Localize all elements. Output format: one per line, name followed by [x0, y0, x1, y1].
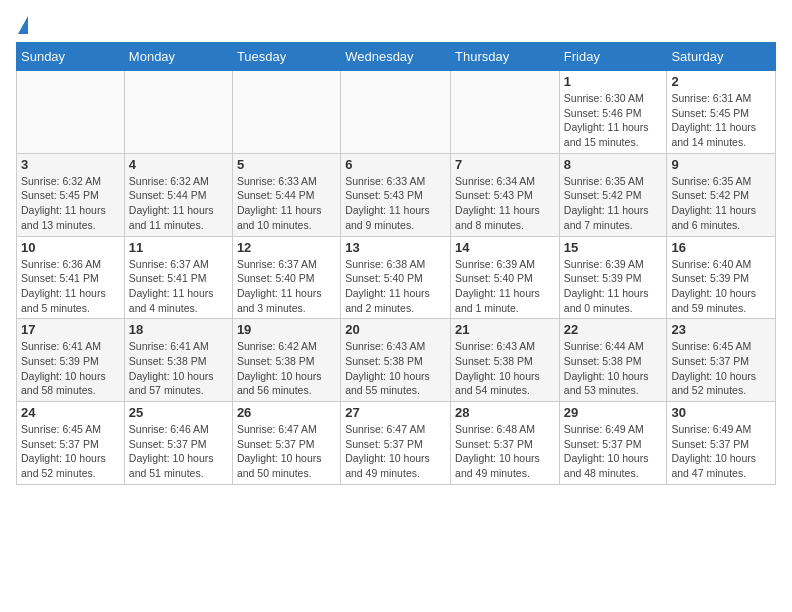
calendar-cell: 8Sunrise: 6:35 AM Sunset: 5:42 PM Daylig… [559, 153, 667, 236]
week-row-1: 1Sunrise: 6:30 AM Sunset: 5:46 PM Daylig… [17, 71, 776, 154]
calendar-cell: 17Sunrise: 6:41 AM Sunset: 5:39 PM Dayli… [17, 319, 125, 402]
calendar-cell: 9Sunrise: 6:35 AM Sunset: 5:42 PM Daylig… [667, 153, 776, 236]
calendar-cell [341, 71, 451, 154]
day-number: 1 [564, 74, 663, 89]
day-number: 25 [129, 405, 228, 420]
calendar-cell: 25Sunrise: 6:46 AM Sunset: 5:37 PM Dayli… [124, 402, 232, 485]
week-row-4: 17Sunrise: 6:41 AM Sunset: 5:39 PM Dayli… [17, 319, 776, 402]
calendar-header-row: SundayMondayTuesdayWednesdayThursdayFrid… [17, 43, 776, 71]
logo [16, 16, 28, 34]
day-number: 21 [455, 322, 555, 337]
column-header-sunday: Sunday [17, 43, 125, 71]
day-number: 28 [455, 405, 555, 420]
day-info: Sunrise: 6:41 AM Sunset: 5:38 PM Dayligh… [129, 339, 228, 398]
calendar-cell: 16Sunrise: 6:40 AM Sunset: 5:39 PM Dayli… [667, 236, 776, 319]
day-info: Sunrise: 6:33 AM Sunset: 5:44 PM Dayligh… [237, 174, 336, 233]
day-number: 24 [21, 405, 120, 420]
day-number: 2 [671, 74, 771, 89]
calendar-cell: 2Sunrise: 6:31 AM Sunset: 5:45 PM Daylig… [667, 71, 776, 154]
calendar-cell: 28Sunrise: 6:48 AM Sunset: 5:37 PM Dayli… [451, 402, 560, 485]
calendar-cell: 14Sunrise: 6:39 AM Sunset: 5:40 PM Dayli… [451, 236, 560, 319]
calendar-cell: 6Sunrise: 6:33 AM Sunset: 5:43 PM Daylig… [341, 153, 451, 236]
day-info: Sunrise: 6:39 AM Sunset: 5:40 PM Dayligh… [455, 257, 555, 316]
column-header-thursday: Thursday [451, 43, 560, 71]
calendar-cell: 18Sunrise: 6:41 AM Sunset: 5:38 PM Dayli… [124, 319, 232, 402]
day-info: Sunrise: 6:42 AM Sunset: 5:38 PM Dayligh… [237, 339, 336, 398]
calendar-cell: 10Sunrise: 6:36 AM Sunset: 5:41 PM Dayli… [17, 236, 125, 319]
calendar-cell [124, 71, 232, 154]
calendar-cell: 24Sunrise: 6:45 AM Sunset: 5:37 PM Dayli… [17, 402, 125, 485]
day-info: Sunrise: 6:36 AM Sunset: 5:41 PM Dayligh… [21, 257, 120, 316]
calendar-cell: 26Sunrise: 6:47 AM Sunset: 5:37 PM Dayli… [232, 402, 340, 485]
day-info: Sunrise: 6:35 AM Sunset: 5:42 PM Dayligh… [671, 174, 771, 233]
column-header-tuesday: Tuesday [232, 43, 340, 71]
day-number: 7 [455, 157, 555, 172]
day-number: 13 [345, 240, 446, 255]
day-info: Sunrise: 6:46 AM Sunset: 5:37 PM Dayligh… [129, 422, 228, 481]
day-info: Sunrise: 6:37 AM Sunset: 5:41 PM Dayligh… [129, 257, 228, 316]
day-number: 23 [671, 322, 771, 337]
column-header-wednesday: Wednesday [341, 43, 451, 71]
calendar-cell: 15Sunrise: 6:39 AM Sunset: 5:39 PM Dayli… [559, 236, 667, 319]
day-number: 6 [345, 157, 446, 172]
day-info: Sunrise: 6:48 AM Sunset: 5:37 PM Dayligh… [455, 422, 555, 481]
day-info: Sunrise: 6:34 AM Sunset: 5:43 PM Dayligh… [455, 174, 555, 233]
day-number: 4 [129, 157, 228, 172]
day-info: Sunrise: 6:49 AM Sunset: 5:37 PM Dayligh… [564, 422, 663, 481]
column-header-saturday: Saturday [667, 43, 776, 71]
day-info: Sunrise: 6:45 AM Sunset: 5:37 PM Dayligh… [671, 339, 771, 398]
day-number: 27 [345, 405, 446, 420]
calendar-cell [17, 71, 125, 154]
day-info: Sunrise: 6:43 AM Sunset: 5:38 PM Dayligh… [345, 339, 446, 398]
day-number: 22 [564, 322, 663, 337]
calendar-cell: 11Sunrise: 6:37 AM Sunset: 5:41 PM Dayli… [124, 236, 232, 319]
day-number: 29 [564, 405, 663, 420]
day-info: Sunrise: 6:44 AM Sunset: 5:38 PM Dayligh… [564, 339, 663, 398]
day-info: Sunrise: 6:41 AM Sunset: 5:39 PM Dayligh… [21, 339, 120, 398]
day-info: Sunrise: 6:30 AM Sunset: 5:46 PM Dayligh… [564, 91, 663, 150]
day-info: Sunrise: 6:31 AM Sunset: 5:45 PM Dayligh… [671, 91, 771, 150]
day-number: 19 [237, 322, 336, 337]
day-info: Sunrise: 6:47 AM Sunset: 5:37 PM Dayligh… [237, 422, 336, 481]
day-info: Sunrise: 6:40 AM Sunset: 5:39 PM Dayligh… [671, 257, 771, 316]
day-number: 20 [345, 322, 446, 337]
calendar-cell: 3Sunrise: 6:32 AM Sunset: 5:45 PM Daylig… [17, 153, 125, 236]
calendar-cell: 4Sunrise: 6:32 AM Sunset: 5:44 PM Daylig… [124, 153, 232, 236]
day-info: Sunrise: 6:43 AM Sunset: 5:38 PM Dayligh… [455, 339, 555, 398]
calendar-cell: 30Sunrise: 6:49 AM Sunset: 5:37 PM Dayli… [667, 402, 776, 485]
week-row-3: 10Sunrise: 6:36 AM Sunset: 5:41 PM Dayli… [17, 236, 776, 319]
day-number: 11 [129, 240, 228, 255]
calendar-cell: 12Sunrise: 6:37 AM Sunset: 5:40 PM Dayli… [232, 236, 340, 319]
day-number: 14 [455, 240, 555, 255]
week-row-2: 3Sunrise: 6:32 AM Sunset: 5:45 PM Daylig… [17, 153, 776, 236]
calendar-cell: 5Sunrise: 6:33 AM Sunset: 5:44 PM Daylig… [232, 153, 340, 236]
calendar-cell: 13Sunrise: 6:38 AM Sunset: 5:40 PM Dayli… [341, 236, 451, 319]
day-number: 9 [671, 157, 771, 172]
day-info: Sunrise: 6:45 AM Sunset: 5:37 PM Dayligh… [21, 422, 120, 481]
calendar-cell: 7Sunrise: 6:34 AM Sunset: 5:43 PM Daylig… [451, 153, 560, 236]
day-number: 17 [21, 322, 120, 337]
day-info: Sunrise: 6:38 AM Sunset: 5:40 PM Dayligh… [345, 257, 446, 316]
calendar-cell: 19Sunrise: 6:42 AM Sunset: 5:38 PM Dayli… [232, 319, 340, 402]
day-info: Sunrise: 6:33 AM Sunset: 5:43 PM Dayligh… [345, 174, 446, 233]
week-row-5: 24Sunrise: 6:45 AM Sunset: 5:37 PM Dayli… [17, 402, 776, 485]
day-info: Sunrise: 6:32 AM Sunset: 5:44 PM Dayligh… [129, 174, 228, 233]
day-info: Sunrise: 6:39 AM Sunset: 5:39 PM Dayligh… [564, 257, 663, 316]
calendar-cell: 27Sunrise: 6:47 AM Sunset: 5:37 PM Dayli… [341, 402, 451, 485]
day-number: 15 [564, 240, 663, 255]
calendar-cell: 20Sunrise: 6:43 AM Sunset: 5:38 PM Dayli… [341, 319, 451, 402]
day-number: 16 [671, 240, 771, 255]
calendar-cell [451, 71, 560, 154]
day-number: 18 [129, 322, 228, 337]
calendar-cell: 21Sunrise: 6:43 AM Sunset: 5:38 PM Dayli… [451, 319, 560, 402]
day-number: 12 [237, 240, 336, 255]
header [16, 16, 776, 34]
day-info: Sunrise: 6:47 AM Sunset: 5:37 PM Dayligh… [345, 422, 446, 481]
calendar: SundayMondayTuesdayWednesdayThursdayFrid… [16, 42, 776, 485]
day-info: Sunrise: 6:37 AM Sunset: 5:40 PM Dayligh… [237, 257, 336, 316]
day-info: Sunrise: 6:32 AM Sunset: 5:45 PM Dayligh… [21, 174, 120, 233]
column-header-friday: Friday [559, 43, 667, 71]
logo-triangle-icon [18, 16, 28, 34]
column-header-monday: Monday [124, 43, 232, 71]
calendar-cell [232, 71, 340, 154]
